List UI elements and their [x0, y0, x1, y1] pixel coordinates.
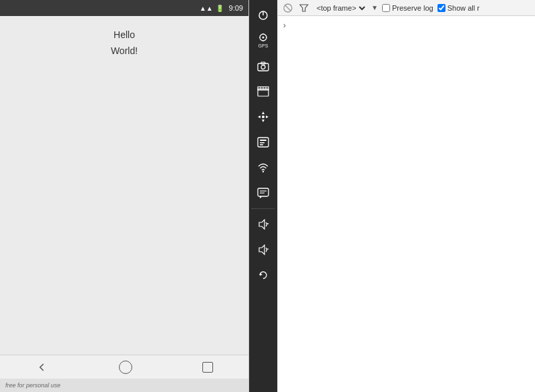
svg-rect-23 — [260, 140, 266, 141]
svg-marker-18 — [262, 120, 264, 122]
svg-marker-19 — [258, 116, 260, 118]
home-button[interactable] — [119, 361, 132, 374]
frame-selector[interactable]: <top frame> — [314, 3, 367, 13]
svg-line-38 — [285, 5, 291, 11]
message-icon[interactable] — [251, 181, 275, 205]
show-all-label[interactable]: Show all r — [437, 4, 480, 12]
battery-icon: 🔋 — [216, 5, 224, 12]
camera-icon[interactable] — [251, 54, 275, 78]
phone-content: Hello World! — [0, 16, 248, 355]
time-display: 9:09 — [229, 4, 243, 12]
svg-marker-36 — [260, 273, 262, 276]
film-icon[interactable] — [251, 79, 275, 104]
power-icon[interactable] — [251, 3, 275, 27]
devtools-toolbar: <top frame> ▼ Preserve log Show all r — [278, 0, 535, 16]
phone-screen: ▲▲ 🔋 9:09 Hello World! free for personal… — [0, 0, 249, 392]
id-badge-icon[interactable] — [251, 130, 275, 154]
emulator-toolbar: GPS — [249, 0, 277, 392]
devtools-panel: <top frame> ▼ Preserve log Show all r › — [277, 0, 535, 392]
preserve-log-label[interactable]: Preserve log — [382, 4, 433, 12]
gps-icon[interactable]: GPS — [251, 29, 275, 53]
wifi-icon[interactable] — [251, 156, 275, 180]
frame-chevron-icon[interactable]: ▼ — [371, 4, 378, 11]
svg-marker-31 — [259, 220, 264, 229]
filter-icon[interactable] — [298, 2, 310, 14]
wifi-signal-icon: ▲▲ — [200, 5, 213, 12]
expand-arrow[interactable]: › — [283, 21, 286, 30]
svg-point-3 — [262, 37, 264, 39]
hello-text: Hello — [114, 29, 135, 40]
emulator-panel: ▲▲ 🔋 9:09 Hello World! free for personal… — [0, 0, 277, 392]
recents-button[interactable] — [202, 362, 213, 373]
svg-point-9 — [261, 65, 265, 69]
volume-up-icon[interactable] — [251, 212, 275, 236]
dpad-icon[interactable] — [251, 105, 275, 129]
rotate-icon[interactable] — [251, 263, 275, 287]
phone-status-bar: ▲▲ 🔋 9:09 — [0, 0, 248, 16]
devtools-content: › — [278, 16, 535, 392]
svg-rect-27 — [258, 188, 269, 196]
world-text: World! — [111, 45, 138, 56]
toolbar-separator-1 — [252, 208, 275, 209]
phone-status-icons: ▲▲ 🔋 9:09 — [200, 4, 243, 12]
svg-marker-17 — [262, 112, 264, 114]
gps-label: GPS — [258, 43, 269, 48]
preserve-log-checkbox[interactable] — [382, 4, 390, 12]
svg-marker-39 — [300, 5, 308, 11]
show-all-checkbox[interactable] — [437, 4, 445, 12]
phone-nav-bar — [0, 355, 248, 379]
svg-marker-20 — [266, 116, 269, 118]
svg-point-26 — [262, 171, 264, 172]
svg-rect-8 — [258, 63, 269, 71]
back-button[interactable] — [35, 361, 49, 374]
phone-bottom-bar: free for personal use — [0, 379, 248, 392]
volume-down-icon[interactable] — [251, 238, 275, 262]
svg-rect-24 — [260, 142, 264, 144]
svg-point-21 — [262, 116, 264, 118]
svg-rect-25 — [260, 144, 263, 146]
block-icon[interactable] — [282, 2, 294, 14]
svg-marker-34 — [259, 245, 264, 254]
phone-bottom-text: free for personal use — [5, 382, 61, 389]
